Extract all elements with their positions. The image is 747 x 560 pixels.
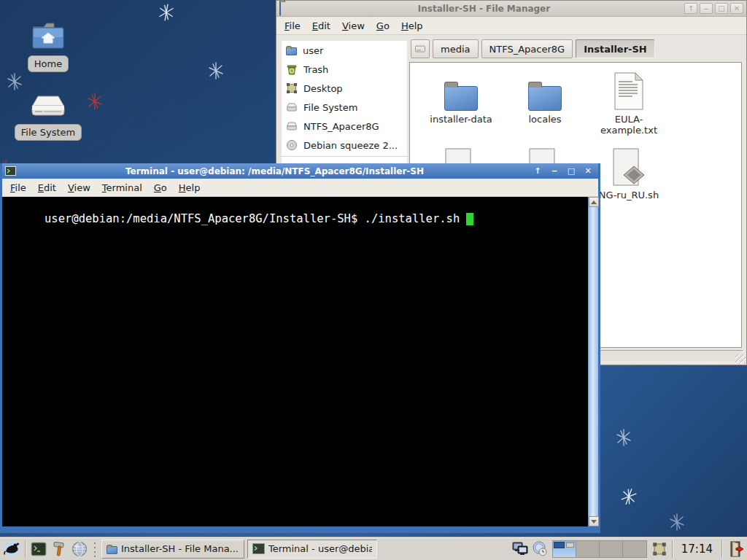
file-manager-title: Installer-SH - File Manager — [284, 4, 684, 14]
close-button[interactable]: ✕ — [581, 166, 595, 177]
menu-terminal[interactable]: Terminal — [97, 180, 147, 195]
path-crumb-media[interactable]: media — [433, 39, 479, 58]
sidebar-item-file-system[interactable]: File System — [282, 98, 407, 117]
logout-door-icon — [727, 540, 744, 558]
settings-launcher[interactable] — [49, 539, 69, 559]
taskbar: Installer-SH - File Mana... Terminal - u… — [0, 537, 747, 560]
desktop-icon-label: File System — [15, 124, 82, 141]
folder-icon — [107, 546, 117, 554]
sidebar-separator — [282, 156, 407, 157]
desktop-icon-label: Home — [28, 55, 69, 72]
taskbar-separator — [672, 540, 673, 558]
desktop-icon-file-system[interactable]: File System — [13, 93, 83, 141]
file-item-ng-ru-ru-sh[interactable]: NG-ru_RU.sh — [591, 144, 667, 201]
panel-clock[interactable]: 17:14 — [676, 542, 719, 556]
menu-file[interactable]: File — [279, 18, 306, 34]
drive-icon — [29, 93, 67, 120]
workspace-pager[interactable] — [552, 540, 647, 558]
sidebar-item-ntfs-apacer8g[interactable]: NTFS_Apacer8G — [282, 117, 407, 136]
minimize-button[interactable]: ‒ — [700, 3, 713, 14]
task-button-terminal[interactable]: Terminal - user@debia... — [247, 540, 377, 559]
terminal-window: Terminal - user@debian: /media/NTFS_Apac… — [0, 163, 600, 533]
folder-icon — [444, 86, 478, 111]
shade-button[interactable]: ↑ — [530, 166, 545, 177]
menu-edit[interactable]: Edit — [33, 180, 61, 195]
hammer-icon — [51, 541, 67, 557]
terminal-title: Terminal - user@debian: /media/NTFS_Apac… — [19, 166, 530, 176]
terminal-icon — [31, 542, 47, 556]
close-button[interactable]: ✕ — [730, 3, 743, 14]
browser-launcher[interactable] — [69, 539, 90, 559]
drive-icon — [286, 120, 298, 132]
menu-file[interactable]: File — [5, 180, 31, 195]
menu-view[interactable]: View — [337, 18, 370, 34]
file-item-locales[interactable]: locales — [507, 69, 583, 125]
workspace-3[interactable] — [600, 541, 623, 557]
task-button-file-manager[interactable]: Installer-SH - File Mana... — [101, 540, 244, 559]
terminal-titlebar[interactable]: Terminal - user@debian: /media/NTFS_Apac… — [2, 163, 598, 179]
file-item-eula-example[interactable]: EULA-example.txt — [591, 69, 667, 136]
sidebar-item-desktop[interactable]: Desktop — [282, 79, 407, 98]
menu-edit[interactable]: Edit — [307, 18, 336, 34]
minimize-button[interactable]: ‒ — [547, 166, 562, 177]
desktop-icon-home[interactable]: Home — [13, 20, 83, 72]
scroll-down-button[interactable] — [589, 516, 599, 526]
file-manager-titlebar[interactable]: Installer-SH - File Manager ↑ ‒ □ ✕ — [276, 1, 746, 17]
menu-help[interactable]: Help — [174, 180, 206, 195]
terminal-cursor — [466, 213, 473, 225]
panel-drag-handle[interactable] — [92, 540, 98, 558]
workspace-2[interactable] — [576, 541, 600, 557]
folder-icon — [528, 86, 562, 111]
logout-button[interactable] — [725, 539, 746, 559]
menu-view[interactable]: View — [63, 180, 96, 195]
workspace-4[interactable] — [623, 541, 646, 557]
terminal-output-area[interactable]: user@debian:/media/NTFS_Apacer8G/Install… — [2, 197, 598, 526]
sidebar-item-user[interactable]: user — [282, 41, 407, 60]
script-file-icon — [612, 147, 646, 187]
scroll-up-button[interactable] — [589, 197, 599, 207]
maximize-button[interactable]: □ — [715, 3, 728, 14]
sidebar-item-trash[interactable]: Trash — [282, 60, 407, 79]
desktop-icon — [286, 82, 298, 94]
maximize-button[interactable]: □ — [564, 166, 578, 177]
workspace-1[interactable] — [553, 541, 576, 557]
terminal-menubar: File Edit View Terminal Go Help — [2, 179, 598, 197]
menu-help[interactable]: Help — [396, 18, 428, 34]
taskbar-separator — [721, 540, 722, 558]
terminal-icon — [252, 543, 265, 554]
cd-icon — [286, 139, 298, 151]
terminal-window-icon — [5, 166, 16, 176]
show-desktop-button[interactable] — [650, 539, 669, 559]
sidebar-item-debian-squeeze[interactable]: Debian squeeze 2... — [282, 136, 407, 155]
update-notifier-tray-icon[interactable] — [530, 539, 549, 559]
file-item-installer-data[interactable]: installer-data — [423, 69, 499, 125]
taskbar-separator — [25, 540, 26, 558]
file-manager-menubar: File Edit View Go Help — [276, 17, 746, 35]
trash-icon — [286, 63, 298, 75]
path-crumb-ntfs-apacer8g[interactable]: NTFS_Apacer8G — [481, 39, 573, 58]
network-tray-icon[interactable] — [511, 539, 530, 559]
terminal-launcher[interactable] — [28, 539, 49, 559]
resize-grip[interactable] — [735, 354, 746, 364]
window-folder-icon — [279, 1, 281, 15]
path-root-button[interactable] — [411, 39, 430, 58]
xfce-mouse-icon — [2, 540, 21, 559]
drive-icon — [286, 101, 298, 113]
shade-button[interactable]: ↑ — [684, 3, 697, 14]
home-folder-icon — [31, 20, 66, 51]
menu-go[interactable]: Go — [371, 18, 395, 34]
desktop-icon — [652, 542, 667, 556]
applications-menu-button[interactable] — [1, 539, 22, 559]
folder-icon — [286, 47, 297, 55]
file-system-icon — [414, 44, 426, 54]
terminal-prompt: user@debian:/media/NTFS_Apacer8G/Install… — [44, 212, 460, 225]
fm-pathbar: media NTFS_Apacer8G Installer-SH — [411, 39, 655, 58]
menu-go[interactable]: Go — [149, 180, 172, 195]
globe-icon — [71, 541, 88, 557]
terminal-scrollbar[interactable] — [588, 197, 598, 526]
text-file-icon — [614, 71, 644, 111]
path-crumb-installer-sh[interactable]: Installer-SH — [576, 39, 655, 58]
